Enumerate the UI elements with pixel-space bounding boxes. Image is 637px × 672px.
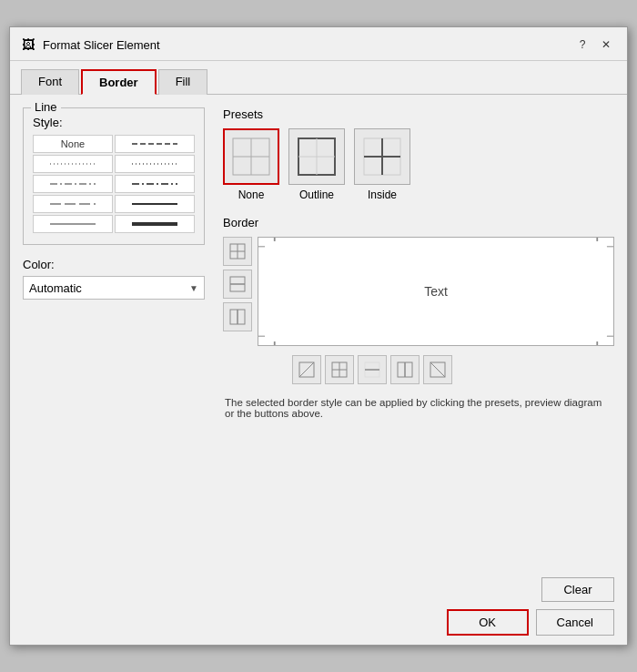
- style-dashdot1[interactable]: [33, 175, 113, 193]
- left-panel: Line Style: None: [23, 107, 205, 555]
- footer-bottom: OK Cancel: [23, 609, 614, 636]
- title-bar: 🖼 Format Slicer Element ? ✕: [10, 27, 627, 61]
- preset-none-label: None: [238, 188, 265, 201]
- style-row-2: [33, 155, 195, 173]
- border-btn-vertical[interactable]: [390, 355, 420, 384]
- border-section-label: Border: [223, 216, 614, 229]
- border-left-buttons: [223, 237, 252, 384]
- presets-label: Presets: [223, 107, 614, 121]
- ok-button[interactable]: OK: [447, 609, 529, 636]
- style-dashdot2[interactable]: [115, 175, 195, 193]
- border-preview-text: Text: [424, 284, 448, 299]
- preset-inside[interactable]: Inside: [354, 128, 410, 201]
- dialog: 🖼 Format Slicer Element ? ✕ Font Border …: [9, 26, 628, 646]
- tab-border[interactable]: Border: [81, 69, 157, 95]
- preset-outline[interactable]: Outline: [288, 128, 345, 201]
- border-preview[interactable]: Text: [258, 237, 614, 346]
- style-row-1: None: [33, 135, 195, 153]
- border-btn-diag-left[interactable]: [292, 355, 321, 384]
- dropdown-arrow-icon: ▼: [189, 283, 198, 293]
- svg-line-43: [430, 362, 445, 377]
- tab-bar: Font Border Fill: [10, 61, 627, 94]
- presets-row: None Outline: [223, 128, 614, 201]
- line-group-label: Line: [31, 100, 61, 114]
- style-dot1[interactable]: [33, 155, 113, 173]
- color-label: Color:: [23, 258, 205, 271]
- title-bar-left: 🖼 Format Slicer Element: [21, 37, 160, 52]
- tab-font[interactable]: Font: [21, 69, 79, 95]
- preset-outline-box: [288, 128, 345, 185]
- border-btn-diag-right[interactable]: [423, 355, 452, 384]
- footer-top: Clear: [23, 577, 614, 602]
- style-row-4: [33, 195, 195, 213]
- style-row-5: [33, 215, 195, 233]
- content-row: Line Style: None: [23, 107, 614, 555]
- style-row-3: [33, 175, 195, 193]
- title-bar-controls: ? ✕: [572, 35, 616, 55]
- preset-none-box: [223, 128, 279, 185]
- border-btn-all[interactable]: [325, 355, 354, 384]
- line-group: Line Style: None: [23, 107, 205, 245]
- clear-button[interactable]: Clear: [541, 577, 614, 602]
- style-longdash1[interactable]: [33, 195, 113, 213]
- color-value: Automatic: [29, 281, 82, 295]
- border-btn-middle[interactable]: [223, 270, 252, 299]
- dialog-title: Format Slicer Element: [43, 38, 160, 52]
- color-dropdown[interactable]: Automatic ▼: [23, 276, 205, 300]
- border-btn-bottom-left[interactable]: [223, 302, 252, 331]
- dialog-footer: Clear OK Cancel: [10, 568, 627, 645]
- cancel-button[interactable]: Cancel: [536, 609, 614, 636]
- right-panel: Presets None: [223, 107, 614, 555]
- preset-outline-label: Outline: [299, 188, 334, 201]
- style-solid-thick[interactable]: [115, 215, 195, 233]
- border-area: Text: [223, 237, 614, 384]
- style-dot2[interactable]: [115, 155, 195, 173]
- close-button[interactable]: ✕: [596, 35, 616, 55]
- tab-fill[interactable]: Fill: [158, 69, 208, 95]
- border-btn-top-left[interactable]: [223, 237, 252, 266]
- border-bottom-row: [292, 355, 614, 384]
- style-none[interactable]: None: [33, 135, 113, 153]
- style-solid-medium[interactable]: [115, 195, 195, 213]
- border-btn-horizontal[interactable]: [358, 355, 387, 384]
- tab-content-border: Line Style: None: [10, 94, 627, 568]
- preset-inside-box: [354, 128, 410, 185]
- style-label: Style:: [33, 116, 195, 129]
- hint-text: The selected border style can be applied…: [223, 397, 614, 419]
- color-group: Color: Automatic ▼: [23, 258, 205, 300]
- style-solid-thin[interactable]: [33, 215, 113, 233]
- dialog-icon: 🖼: [21, 37, 35, 52]
- style-dash1[interactable]: [115, 135, 195, 153]
- svg-line-34: [299, 362, 314, 377]
- help-button[interactable]: ?: [572, 35, 592, 55]
- preset-inside-label: Inside: [368, 188, 397, 201]
- preset-none[interactable]: None: [223, 128, 279, 201]
